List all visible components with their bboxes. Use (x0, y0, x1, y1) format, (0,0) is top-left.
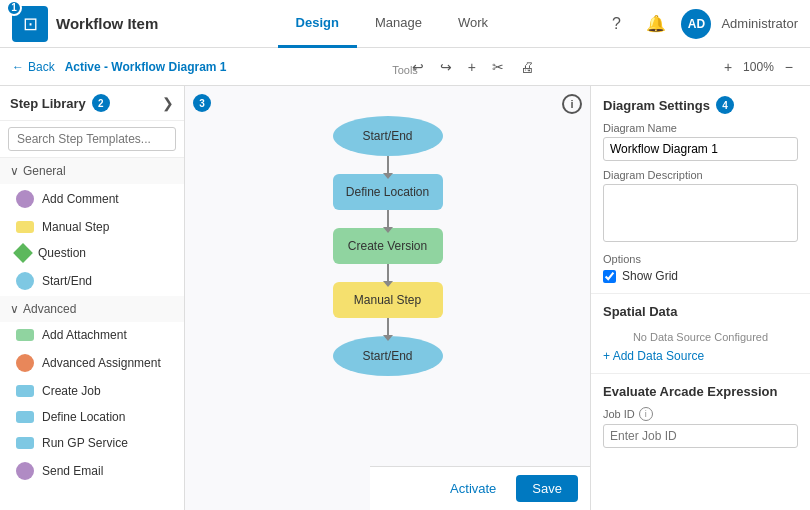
show-grid-row: Show Grid (603, 269, 798, 283)
sidebar-header: Step Library 2 ❯ (0, 86, 184, 121)
zoom-in-button[interactable]: + (463, 56, 481, 78)
nav-right: ? 🔔 AD Administrator (601, 9, 798, 39)
arcade-section: Evaluate Arcade Expression Job ID i (591, 374, 810, 466)
flow-node-manual-step[interactable]: Manual Step (333, 282, 443, 318)
sidebar-content: ∨ General Add Comment Manual Step Questi… (0, 158, 184, 510)
no-data-source-text: No Data Source Configured (603, 325, 798, 349)
nav-tabs: Design Manage Work (278, 0, 506, 48)
sidebar-title: Step Library (10, 96, 86, 111)
logo-area: ⊡ 1 Workflow Item (12, 6, 158, 42)
tab-manage[interactable]: Manage (357, 0, 440, 48)
sidebar-title-area: Step Library 2 (10, 94, 110, 112)
options-label: Options (603, 253, 798, 265)
list-item[interactable]: Create Job (0, 378, 184, 404)
avatar: AD (681, 9, 711, 39)
step-icon-run-gp-service (16, 437, 34, 449)
main-layout: Step Library 2 ❯ ∨ General Add Comment M… (0, 86, 810, 510)
zoom-in-btn[interactable]: + (719, 56, 737, 78)
list-item[interactable]: Add Comment (0, 184, 184, 214)
list-item[interactable]: Question (0, 240, 184, 266)
bottom-bar: Activate Save (370, 466, 590, 510)
step-label: Add Attachment (42, 328, 127, 342)
arrow-4 (387, 318, 389, 336)
app-logo: ⊡ 1 (12, 6, 48, 42)
step-icon-question (13, 243, 33, 263)
section-advanced-label: Advanced (23, 302, 76, 316)
toolbar-left: ← Back Active - Workflow Diagram 1 (12, 60, 227, 74)
section-advanced[interactable]: ∨ Advanced (0, 296, 184, 322)
step-label: Question (38, 246, 86, 260)
back-label: Back (28, 60, 55, 74)
list-item[interactable]: Manual Step (0, 214, 184, 240)
collapse-sidebar-button[interactable]: ❯ (162, 95, 174, 111)
admin-label: Administrator (721, 16, 798, 31)
canvas-area[interactable]: 3 i Start/End Define Location Create Ver… (185, 86, 590, 510)
badge-2: 2 (92, 94, 110, 112)
section-general-label: General (23, 164, 66, 178)
right-panel: Diagram Settings 4 Diagram Name Diagram … (590, 86, 810, 510)
zoom-out-btn[interactable]: − (780, 56, 798, 78)
tab-design[interactable]: Design (278, 0, 357, 48)
info-icon[interactable]: i (562, 94, 582, 114)
show-grid-checkbox[interactable] (603, 270, 616, 283)
top-nav: ⊡ 1 Workflow Item Design Manage Work ? 🔔… (0, 0, 810, 48)
chevron-down-icon-adv: ∨ (10, 302, 19, 316)
list-item[interactable]: Send Email (0, 456, 184, 486)
diagram-desc-label: Diagram Description (603, 169, 798, 181)
back-button[interactable]: ← Back (12, 60, 55, 74)
step-label: Add Comment (42, 192, 119, 206)
tab-work[interactable]: Work (440, 0, 506, 48)
tools-label: Tools (392, 64, 418, 76)
step-label: Advanced Assignment (42, 356, 161, 370)
list-item[interactable]: Advanced Assignment (0, 348, 184, 378)
redo-button[interactable]: ↪ (435, 56, 457, 78)
list-item[interactable]: Define Location (0, 404, 184, 430)
list-item[interactable]: Add Attachment (0, 322, 184, 348)
section-general[interactable]: ∨ General (0, 158, 184, 184)
job-id-info-icon[interactable]: i (639, 407, 653, 421)
step-label: Send Email (42, 464, 103, 478)
help-button[interactable]: ? (601, 9, 631, 39)
flow-node-start-end-1[interactable]: Start/End (333, 116, 443, 156)
toolbar-center: ↩ ↪ + ✂ 🖨 Tools (227, 56, 719, 78)
zoom-level: 100% (743, 60, 774, 74)
step-icon-send-email (16, 462, 34, 480)
list-item[interactable]: Start/End (0, 266, 184, 296)
step-icon-create-job (16, 385, 34, 397)
show-grid-label: Show Grid (622, 269, 678, 283)
spatial-data-section: Spatial Data No Data Source Configured +… (591, 294, 810, 374)
arcade-title: Evaluate Arcade Expression (603, 384, 798, 399)
flow-node-define-location[interactable]: Define Location (333, 174, 443, 210)
diagram-desc-textarea[interactable] (603, 184, 798, 242)
chevron-down-icon: ∨ (10, 164, 19, 178)
badge-4: 4 (716, 96, 734, 114)
step-icon-add-attachment (16, 329, 34, 341)
save-button[interactable]: Save (516, 475, 578, 502)
search-box (0, 121, 184, 158)
search-input[interactable] (8, 127, 176, 151)
diagram-settings-section: Diagram Settings 4 Diagram Name Diagram … (591, 86, 810, 294)
step-label: Create Job (42, 384, 101, 398)
step-label: Manual Step (42, 220, 109, 234)
back-arrow-icon: ← (12, 60, 24, 74)
diagram-name-input[interactable] (603, 137, 798, 161)
list-item[interactable]: Run GP Service (0, 430, 184, 456)
toolbar-right: + 100% − (719, 56, 798, 78)
add-data-source-button[interactable]: + Add Data Source (603, 349, 704, 363)
app-title: Workflow Item (56, 15, 158, 32)
step-label: Define Location (42, 410, 125, 424)
flow-node-start-end-2[interactable]: Start/End (333, 336, 443, 376)
print-button[interactable]: 🖨 (515, 56, 539, 78)
arrow-2 (387, 210, 389, 228)
diagram-settings-title: Diagram Settings 4 (603, 96, 798, 114)
job-id-text: Job ID (603, 408, 635, 420)
job-id-input[interactable] (603, 424, 798, 448)
step-icon-add-comment (16, 190, 34, 208)
flow-node-create-version[interactable]: Create Version (333, 228, 443, 264)
activate-button[interactable]: Activate (438, 475, 508, 502)
notification-button[interactable]: 🔔 (641, 9, 671, 39)
step-icon-define-location (16, 411, 34, 423)
arrow-3 (387, 264, 389, 282)
step-icon-advanced-assignment (16, 354, 34, 372)
cut-button[interactable]: ✂ (487, 56, 509, 78)
